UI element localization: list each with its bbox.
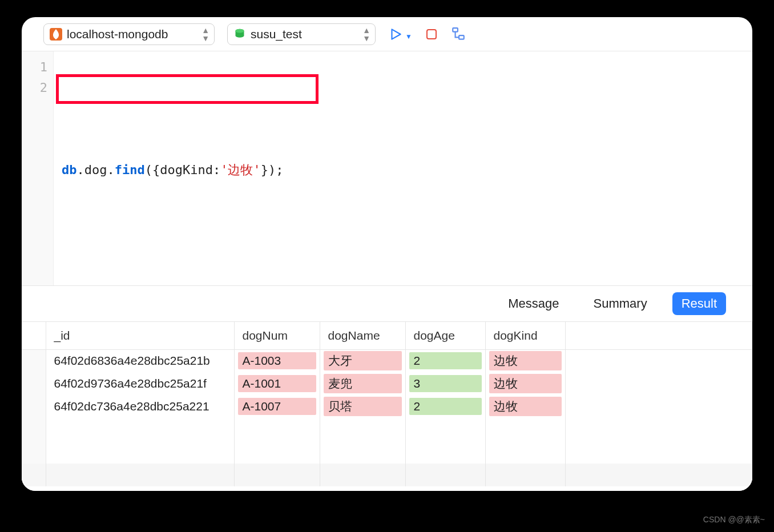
row-number-header: [22, 322, 46, 349]
table-row[interactable]: 64f02d9736a4e28dbc25a21f A-1001 麦兜 3 边牧: [22, 372, 752, 395]
code-token: '边牧': [220, 163, 261, 177]
code-token: dog: [84, 163, 107, 177]
tab-message[interactable]: Message: [499, 292, 568, 315]
tab-summary[interactable]: Summary: [584, 292, 656, 315]
code-token: .: [77, 163, 84, 177]
cell-id: 64f02d9736a4e28dbc25a21f: [46, 377, 234, 390]
cell-dogkind: 边牧: [489, 397, 562, 416]
connection-dropdown[interactable]: localhost-mongodb ▲▼: [43, 23, 215, 45]
cell-dognum: A-1007: [238, 398, 316, 415]
table-row[interactable]: 64f02d6836a4e28dbc25a21b A-1003 大牙 2 边牧: [22, 349, 752, 372]
cell-dogkind: 边牧: [489, 374, 562, 393]
toolbar: localhost-mongodb ▲▼ susu_test ▲▼ ▼: [22, 17, 752, 51]
col-header-id[interactable]: _id: [46, 322, 234, 349]
run-button[interactable]: ▼: [388, 27, 412, 42]
svg-rect-3: [453, 28, 458, 32]
cell-dognum: A-1001: [238, 375, 316, 392]
code-token: find: [115, 163, 145, 177]
cell-dogname: 麦兜: [324, 374, 402, 393]
results-table: _id dogNum dogName dogAge dogKind 64f02d…: [22, 322, 752, 486]
cell-dogage: 2: [409, 352, 482, 369]
svg-point-1: [236, 29, 244, 33]
table-row-empty: [22, 441, 752, 464]
database-label: susu_test: [251, 27, 302, 41]
chevron-updown-icon: ▲▼: [201, 26, 208, 42]
cell-dognum: A-1003: [238, 352, 316, 369]
table-row-empty: [22, 418, 752, 441]
ide-window: localhost-mongodb ▲▼ susu_test ▲▼ ▼: [22, 17, 752, 491]
results-table-wrap: _id dogNum dogName dogAge dogKind 64f02d…: [22, 322, 752, 491]
table-row-empty: [22, 464, 752, 486]
connection-label: localhost-mongodb: [67, 27, 168, 41]
col-header-dogkind[interactable]: dogKind: [485, 322, 565, 349]
svg-rect-4: [459, 35, 464, 39]
code-area[interactable]: db.dog.find({dogKind:'边牧'});: [54, 51, 752, 285]
code-token: .: [107, 163, 115, 177]
code-editor[interactable]: 1 2 db.dog.find({dogKind:'边牧'});: [22, 51, 752, 285]
results-tabs: Message Summary Result: [22, 285, 752, 322]
code-token: });: [261, 163, 284, 177]
tab-result[interactable]: Result: [672, 292, 726, 315]
cell-dogage: 3: [409, 375, 482, 392]
cell-dogname: 贝塔: [324, 397, 402, 416]
cell-dogkind: 边牧: [489, 351, 562, 370]
col-header-empty: [565, 322, 752, 349]
table-row[interactable]: 64f02dc736a4e28dbc25a221 A-1007 贝塔 2 边牧: [22, 395, 752, 418]
col-header-dogname[interactable]: dogName: [320, 322, 405, 349]
run-dropdown-caret-icon[interactable]: ▼: [405, 33, 412, 41]
code-token: ({dogKind:: [145, 163, 220, 177]
cell-dogname: 大牙: [324, 351, 402, 370]
col-header-dogage[interactable]: dogAge: [405, 322, 485, 349]
col-header-dognum[interactable]: dogNum: [234, 322, 320, 349]
stop-button[interactable]: [425, 27, 438, 41]
structure-button[interactable]: [451, 27, 466, 42]
line-gutter: 1 2: [22, 51, 54, 285]
watermark: CSDN @@素素~: [703, 515, 765, 525]
cell-dogage: 2: [409, 398, 482, 415]
code-token: db: [62, 163, 77, 177]
svg-rect-2: [427, 30, 436, 39]
cell-id: 64f02dc736a4e28dbc25a221: [46, 400, 234, 413]
database-icon: [233, 28, 246, 41]
cell-id: 64f02d6836a4e28dbc25a21b: [46, 354, 234, 368]
database-dropdown[interactable]: susu_test ▲▼: [227, 23, 376, 45]
mongodb-icon: [50, 28, 62, 41]
chevron-updown-icon: ▲▼: [362, 26, 369, 42]
